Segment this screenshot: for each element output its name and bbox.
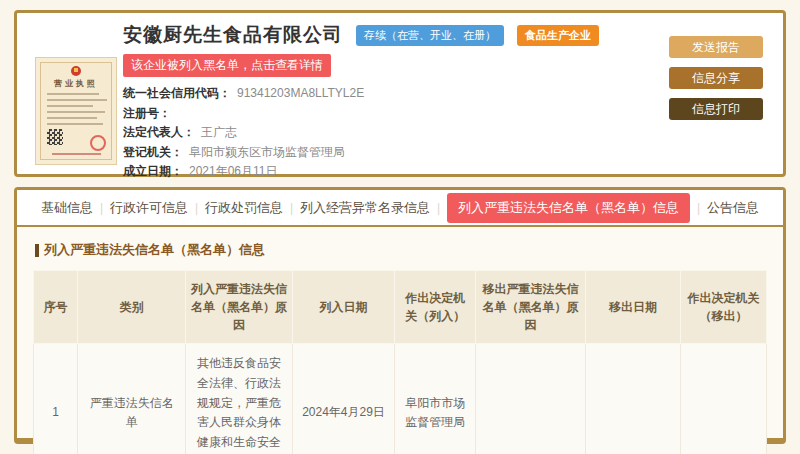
field-value: 91341203MA8LLTYL2E: [237, 86, 364, 100]
tab-basic-info[interactable]: 基础信息: [41, 199, 93, 217]
license-text-line: [47, 123, 103, 125]
cell-category: 严重违法失信名单: [77, 344, 185, 454]
field-label: 注册号：: [123, 106, 171, 120]
share-info-button[interactable]: 信息分享: [669, 67, 763, 89]
field-registration-authority: 登记机关：阜阳市颍东区市场监督管理局: [123, 143, 633, 163]
license-text-line: [47, 93, 99, 95]
table-header-row: 序号 类别 列入严重违法失信名单（黑名单）原因 列入日期 作出决定机关（列入） …: [34, 271, 767, 344]
cell-index: 1: [34, 344, 78, 454]
cell-removal-date: [585, 344, 680, 454]
blacklist-notice-link[interactable]: 该企业被列入黑名单，点击查看详情: [123, 54, 331, 77]
tab-announcements[interactable]: 公告信息: [707, 199, 759, 217]
cell-inclusion-reason: 其他违反食品安全法律、行政法规规定，严重危害人民群众身体健康和生命安全的违法行为: [186, 344, 292, 454]
company-name: 安徽厨先生食品有限公司: [123, 22, 343, 48]
field-label: 统一社会信用代码：: [123, 86, 231, 100]
cell-removal-reason: [475, 344, 585, 454]
field-value: 王广志: [201, 125, 237, 139]
cell-deciding-authority-out: [681, 344, 767, 454]
company-info-block: 安徽厨先生食品有限公司 存续（在营、开业、在册） 食品生产企业 该企业被列入黑名…: [123, 22, 633, 182]
col-header-deciding-authority-in: 作出决定机关（列入）: [395, 271, 476, 344]
field-value: 2021年06月11日: [189, 164, 278, 178]
tab-administrative-license[interactable]: 行政许可信息: [110, 199, 188, 217]
tab-separator: |: [290, 201, 293, 215]
blacklist-table: 序号 类别 列入严重违法失信名单（黑名单）原因 列入日期 作出决定机关（列入） …: [33, 270, 767, 454]
company-fields: 统一社会信用代码：91341203MA8LLTYL2E 注册号： 法定代表人：王…: [123, 84, 633, 182]
tab-administrative-penalty[interactable]: 行政处罚信息: [205, 199, 283, 217]
table-row: 1 严重违法失信名单 其他违反食品安全法律、行政法规规定，严重危害人民群众身体健…: [34, 344, 767, 454]
action-buttons-column: 发送报告 信息分享 信息打印: [669, 36, 763, 129]
enterprise-type-badge: 食品生产企业: [517, 25, 599, 46]
field-credit-code: 统一社会信用代码：91341203MA8LLTYL2E: [123, 84, 633, 104]
field-legal-representative: 法定代表人：王广志: [123, 123, 633, 143]
license-text-line: [47, 117, 97, 119]
qr-code-icon: [47, 129, 63, 145]
tab-separator: |: [195, 201, 198, 215]
license-title: 营业执照: [41, 78, 111, 89]
business-license-image[interactable]: 营业执照: [35, 57, 117, 165]
section-title: 列入严重违法失信名单（黑名单）信息: [44, 241, 265, 259]
company-name-row: 安徽厨先生食品有限公司 存续（在营、开业、在册） 食品生产企业: [123, 22, 633, 48]
tab-serious-violation-blacklist[interactable]: 列入严重违法失信名单（黑名单）信息: [447, 193, 690, 223]
status-badge: 存续（在营、开业、在册）: [356, 25, 504, 46]
tab-abnormal-operation-list[interactable]: 列入经营异常名录信息: [300, 199, 430, 217]
col-header-removal-date: 移出日期: [585, 271, 680, 344]
cell-inclusion-date: 2024年4月29日: [292, 344, 395, 454]
section-title-row: 列入严重违法失信名单（黑名单）信息: [35, 241, 767, 259]
tabs-bar: 基础信息 | 行政许可信息 | 行政处罚信息 | 列入经营异常名录信息 | 列入…: [17, 190, 783, 225]
field-label: 登记机关：: [123, 145, 183, 159]
col-header-index: 序号: [34, 271, 78, 344]
col-header-deciding-authority-out: 作出决定机关（移出）: [681, 271, 767, 344]
detail-card: 基础信息 | 行政许可信息 | 行政处罚信息 | 列入经营异常名录信息 | 列入…: [14, 187, 786, 444]
license-footer-line: [52, 153, 101, 155]
section-marker: [35, 244, 39, 257]
company-summary-card: 营业执照 安徽厨先生食品有限公司 存续（在营、开业、在册） 食品生产企业 该企业…: [14, 10, 786, 177]
field-establishment-date: 成立日期：2021年06月11日: [123, 162, 633, 182]
business-license-paper: 营业执照: [40, 62, 112, 160]
license-text-line: [47, 111, 105, 113]
col-header-removal-reason: 移出严重违法失信名单（黑名单）原因: [475, 271, 585, 344]
field-label: 成立日期：: [123, 164, 183, 178]
print-info-button[interactable]: 信息打印: [669, 98, 763, 120]
national-emblem-icon: [71, 66, 81, 76]
tab-separator: |: [697, 201, 700, 215]
license-text-line: [47, 105, 93, 107]
cell-deciding-authority-in: 阜阳市市场监督管理局: [395, 344, 476, 454]
tab-separator: |: [100, 201, 103, 215]
col-header-inclusion-date: 列入日期: [292, 271, 395, 344]
send-report-button[interactable]: 发送报告: [669, 36, 763, 58]
tab-content: 列入严重违法失信名单（黑名单）信息 序号 类别 列入严重违法失信名单（黑名单）原…: [17, 227, 783, 454]
col-header-category: 类别: [77, 271, 185, 344]
red-seal-icon: [90, 135, 106, 151]
field-label: 法定代表人：: [123, 125, 195, 139]
license-text-line: [47, 99, 107, 101]
tab-separator: |: [437, 201, 440, 215]
field-registration-number: 注册号：: [123, 104, 633, 124]
field-value: 阜阳市颍东区市场监督管理局: [189, 145, 345, 159]
col-header-inclusion-reason: 列入严重违法失信名单（黑名单）原因: [186, 271, 292, 344]
